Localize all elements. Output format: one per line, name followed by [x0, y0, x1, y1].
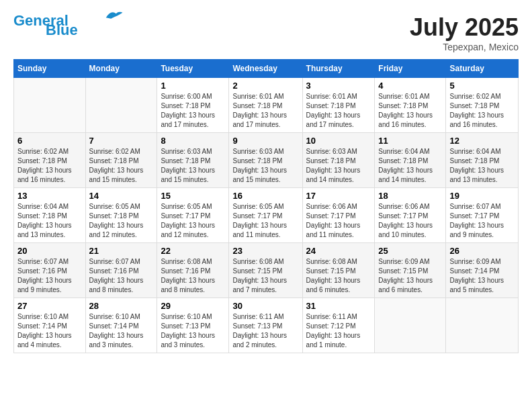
- day-info: Sunrise: 6:02 AM Sunset: 7:18 PM Dayligh…: [449, 92, 515, 130]
- day-info: Sunrise: 6:10 AM Sunset: 7:14 PM Dayligh…: [17, 312, 82, 350]
- day-info: Sunrise: 6:06 AM Sunset: 7:17 PM Dayligh…: [306, 202, 371, 240]
- day-number: 29: [161, 301, 225, 311]
- day-number: 22: [161, 246, 225, 256]
- day-number: 27: [17, 301, 82, 311]
- day-number: 17: [306, 191, 371, 201]
- day-number: 5: [449, 81, 515, 91]
- calendar-week-row: 6Sunrise: 6:02 AM Sunset: 7:18 PM Daylig…: [14, 133, 519, 188]
- day-info: Sunrise: 6:02 AM Sunset: 7:18 PM Dayligh…: [17, 147, 82, 185]
- calendar-cell: 20Sunrise: 6:07 AM Sunset: 7:16 PM Dayli…: [14, 243, 86, 298]
- day-header-row: SundayMondayTuesdayWednesdayThursdayFrid…: [14, 60, 519, 78]
- day-number: 12: [449, 136, 515, 146]
- column-header-wednesday: Wednesday: [229, 60, 302, 78]
- day-number: 7: [89, 136, 154, 146]
- calendar-cell: 21Sunrise: 6:07 AM Sunset: 7:16 PM Dayli…: [85, 243, 157, 298]
- column-header-friday: Friday: [375, 60, 446, 78]
- day-number: 8: [161, 136, 225, 146]
- calendar-cell: 27Sunrise: 6:10 AM Sunset: 7:14 PM Dayli…: [14, 298, 86, 353]
- day-number: 24: [306, 246, 371, 256]
- calendar-cell: 12Sunrise: 6:04 AM Sunset: 7:18 PM Dayli…: [446, 133, 519, 188]
- day-number: 15: [161, 191, 225, 201]
- day-number: 23: [232, 246, 298, 256]
- day-number: 2: [232, 81, 298, 91]
- day-info: Sunrise: 6:01 AM Sunset: 7:18 PM Dayligh…: [232, 92, 298, 130]
- calendar-cell: 29Sunrise: 6:10 AM Sunset: 7:13 PM Dayli…: [157, 298, 229, 353]
- calendar-cell: 22Sunrise: 6:08 AM Sunset: 7:16 PM Dayli…: [157, 243, 229, 298]
- column-header-sunday: Sunday: [14, 60, 86, 78]
- calendar-cell: 24Sunrise: 6:08 AM Sunset: 7:15 PM Dayli…: [302, 243, 375, 298]
- calendar-cell: 2Sunrise: 6:01 AM Sunset: 7:18 PM Daylig…: [229, 78, 302, 133]
- column-header-saturday: Saturday: [446, 60, 519, 78]
- calendar-cell: 25Sunrise: 6:09 AM Sunset: 7:15 PM Dayli…: [375, 243, 446, 298]
- logo: General Blue: [13, 13, 124, 38]
- day-info: Sunrise: 6:07 AM Sunset: 7:16 PM Dayligh…: [89, 257, 154, 295]
- calendar-cell: 1Sunrise: 6:00 AM Sunset: 7:18 PM Daylig…: [157, 78, 229, 133]
- day-info: Sunrise: 6:05 AM Sunset: 7:17 PM Dayligh…: [232, 202, 298, 240]
- day-info: Sunrise: 6:01 AM Sunset: 7:18 PM Dayligh…: [306, 92, 371, 130]
- day-number: 18: [378, 191, 442, 201]
- calendar-cell: 9Sunrise: 6:03 AM Sunset: 7:18 PM Daylig…: [229, 133, 302, 188]
- calendar-cell: 5Sunrise: 6:02 AM Sunset: 7:18 PM Daylig…: [446, 78, 519, 133]
- day-number: 28: [89, 301, 154, 311]
- day-number: 1: [161, 81, 225, 91]
- calendar-cell: 13Sunrise: 6:04 AM Sunset: 7:18 PM Dayli…: [14, 188, 86, 243]
- calendar-table: SundayMondayTuesdayWednesdayThursdayFrid…: [13, 59, 519, 353]
- day-info: Sunrise: 6:10 AM Sunset: 7:14 PM Dayligh…: [89, 312, 154, 350]
- calendar-cell: 6Sunrise: 6:02 AM Sunset: 7:18 PM Daylig…: [14, 133, 86, 188]
- day-number: 14: [89, 191, 154, 201]
- day-number: 31: [306, 301, 371, 311]
- day-number: 11: [378, 136, 442, 146]
- day-info: Sunrise: 6:01 AM Sunset: 7:18 PM Dayligh…: [378, 92, 442, 130]
- calendar-week-row: 1Sunrise: 6:00 AM Sunset: 7:18 PM Daylig…: [14, 78, 519, 133]
- day-info: Sunrise: 6:09 AM Sunset: 7:14 PM Dayligh…: [449, 257, 515, 295]
- calendar-cell: [14, 78, 86, 133]
- day-info: Sunrise: 6:05 AM Sunset: 7:17 PM Dayligh…: [161, 202, 225, 240]
- calendar-cell: 16Sunrise: 6:05 AM Sunset: 7:17 PM Dayli…: [229, 188, 302, 243]
- calendar-cell: [85, 78, 157, 133]
- day-info: Sunrise: 6:08 AM Sunset: 7:15 PM Dayligh…: [306, 257, 371, 295]
- calendar-week-row: 20Sunrise: 6:07 AM Sunset: 7:16 PM Dayli…: [14, 243, 519, 298]
- page-header: General Blue July 2025 Tepexpan, Mexico: [13, 13, 519, 52]
- day-number: 19: [449, 191, 515, 201]
- title-block: July 2025 Tepexpan, Mexico: [410, 13, 519, 52]
- calendar-cell: 18Sunrise: 6:06 AM Sunset: 7:17 PM Dayli…: [375, 188, 446, 243]
- calendar-week-row: 27Sunrise: 6:10 AM Sunset: 7:14 PM Dayli…: [14, 298, 519, 353]
- day-info: Sunrise: 6:00 AM Sunset: 7:18 PM Dayligh…: [161, 92, 225, 130]
- calendar-cell: 3Sunrise: 6:01 AM Sunset: 7:18 PM Daylig…: [302, 78, 375, 133]
- calendar-cell: 8Sunrise: 6:03 AM Sunset: 7:18 PM Daylig…: [157, 133, 229, 188]
- calendar-cell: 19Sunrise: 6:07 AM Sunset: 7:17 PM Dayli…: [446, 188, 519, 243]
- calendar-cell: [375, 298, 446, 353]
- calendar-cell: 26Sunrise: 6:09 AM Sunset: 7:14 PM Dayli…: [446, 243, 519, 298]
- calendar-cell: [446, 298, 519, 353]
- day-number: 21: [89, 246, 154, 256]
- day-number: 10: [306, 136, 371, 146]
- logo-blue-text: Blue: [46, 23, 78, 38]
- day-number: 9: [232, 136, 298, 146]
- day-number: 20: [17, 246, 82, 256]
- column-header-tuesday: Tuesday: [157, 60, 229, 78]
- calendar-cell: 11Sunrise: 6:04 AM Sunset: 7:18 PM Dayli…: [375, 133, 446, 188]
- logo-bird-icon: [103, 8, 124, 21]
- calendar-cell: 30Sunrise: 6:11 AM Sunset: 7:13 PM Dayli…: [229, 298, 302, 353]
- day-number: 4: [378, 81, 442, 91]
- day-info: Sunrise: 6:07 AM Sunset: 7:17 PM Dayligh…: [449, 202, 515, 240]
- column-header-thursday: Thursday: [302, 60, 375, 78]
- day-number: 6: [17, 136, 82, 146]
- day-info: Sunrise: 6:11 AM Sunset: 7:13 PM Dayligh…: [232, 312, 298, 350]
- day-number: 13: [17, 191, 82, 201]
- day-info: Sunrise: 6:04 AM Sunset: 7:18 PM Dayligh…: [449, 147, 515, 185]
- calendar-cell: 28Sunrise: 6:10 AM Sunset: 7:14 PM Dayli…: [85, 298, 157, 353]
- column-header-monday: Monday: [85, 60, 157, 78]
- calendar-cell: 17Sunrise: 6:06 AM Sunset: 7:17 PM Dayli…: [302, 188, 375, 243]
- day-number: 26: [449, 246, 515, 256]
- calendar-cell: 4Sunrise: 6:01 AM Sunset: 7:18 PM Daylig…: [375, 78, 446, 133]
- day-info: Sunrise: 6:03 AM Sunset: 7:18 PM Dayligh…: [306, 147, 371, 185]
- day-info: Sunrise: 6:09 AM Sunset: 7:15 PM Dayligh…: [378, 257, 442, 295]
- day-info: Sunrise: 6:03 AM Sunset: 7:18 PM Dayligh…: [232, 147, 298, 185]
- day-info: Sunrise: 6:04 AM Sunset: 7:18 PM Dayligh…: [17, 202, 82, 240]
- day-info: Sunrise: 6:03 AM Sunset: 7:18 PM Dayligh…: [161, 147, 225, 185]
- day-number: 25: [378, 246, 442, 256]
- calendar-cell: 7Sunrise: 6:02 AM Sunset: 7:18 PM Daylig…: [85, 133, 157, 188]
- day-info: Sunrise: 6:11 AM Sunset: 7:12 PM Dayligh…: [306, 312, 371, 350]
- calendar-cell: 14Sunrise: 6:05 AM Sunset: 7:18 PM Dayli…: [85, 188, 157, 243]
